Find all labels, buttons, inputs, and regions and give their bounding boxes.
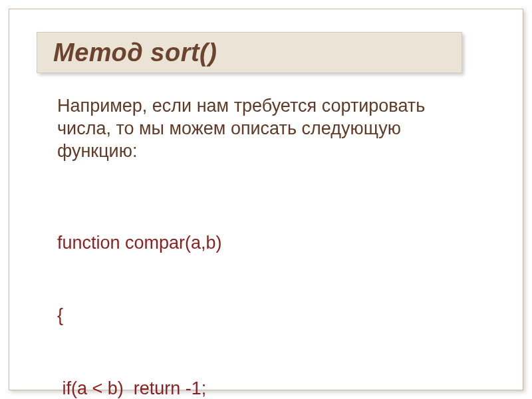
code-line: { xyxy=(57,303,479,327)
code-block: function compar(a,b) { if(a < b) return … xyxy=(57,182,479,399)
code-line: function compar(a,b) xyxy=(57,231,479,255)
slide-paragraph: Например, если нам требуется сортировать… xyxy=(57,94,479,162)
slide-body: Например, если нам требуется сортировать… xyxy=(57,94,479,399)
code-line: if(a < b) return -1; xyxy=(57,376,479,399)
title-plate: Метод sort() xyxy=(37,32,462,73)
slide-title: Метод sort() xyxy=(53,39,217,67)
slide: Метод sort() Например, если нам требуетс… xyxy=(0,0,532,399)
